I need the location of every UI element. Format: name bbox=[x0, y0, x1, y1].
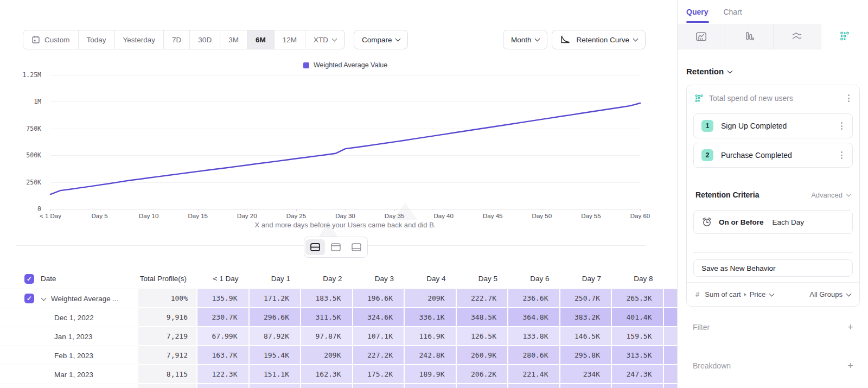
tab-query[interactable]: Query bbox=[686, 0, 708, 24]
report-section-header[interactable]: Retention bbox=[686, 67, 860, 76]
retention-value-cell: 401.4K bbox=[612, 308, 664, 327]
step-menu-kebab-icon[interactable] bbox=[839, 120, 845, 132]
add-breakdown-button[interactable]: + bbox=[847, 360, 853, 371]
retention-criteria-label: Retention Criteria bbox=[695, 190, 811, 199]
advanced-toggle[interactable]: Advanced bbox=[811, 191, 851, 199]
total-profiles-cell bbox=[138, 384, 197, 388]
table-header-cell: Day 2 bbox=[301, 269, 353, 289]
range-30d[interactable]: 30D bbox=[190, 30, 220, 49]
x-axis-label: Day 25 bbox=[275, 213, 318, 219]
breakdown-section: Breakdown + bbox=[686, 360, 860, 371]
range-label: 12M bbox=[283, 36, 297, 44]
chart-type-button[interactable]: Retention Curve bbox=[552, 30, 646, 49]
behavior-menu-kebab-icon[interactable] bbox=[846, 92, 852, 104]
x-axis-label: Day 15 bbox=[176, 213, 220, 219]
layout-top-icon[interactable] bbox=[326, 239, 346, 255]
retention-value-cell: 242.8K bbox=[405, 346, 457, 365]
compare-button[interactable]: Compare bbox=[354, 30, 409, 49]
range-xtd[interactable]: XTD bbox=[305, 30, 344, 49]
retention-value-cell: 265.3K bbox=[612, 289, 664, 308]
flows-icon[interactable] bbox=[774, 24, 821, 49]
range-label: 6M bbox=[256, 36, 266, 44]
x-axis-label: Day 45 bbox=[471, 213, 514, 219]
retention-value-cell bbox=[664, 365, 678, 384]
retention-value-cell: 87.92K bbox=[250, 327, 302, 346]
retention-value-cell: 196.6K bbox=[353, 289, 405, 308]
caret-right-icon bbox=[744, 293, 746, 296]
row-checkbox[interactable]: ✓ bbox=[24, 294, 34, 303]
y-axis-label: 1.25M bbox=[5, 71, 41, 79]
retention-value-cell: 336.1K bbox=[405, 308, 457, 327]
total-profiles-cell: 7,219 bbox=[138, 327, 197, 346]
retention-value-cell: 313.5K bbox=[612, 346, 664, 365]
behavior-title: Total spend of new users bbox=[709, 94, 846, 103]
step-number-badge: 1 bbox=[701, 120, 713, 132]
retention-value-cell: 230.7K bbox=[197, 308, 250, 327]
behavior-step-1[interactable]: 1Sign Up Completed bbox=[693, 113, 853, 138]
layout-split-icon[interactable] bbox=[305, 239, 325, 255]
report-type-tabs bbox=[678, 24, 868, 49]
x-axis-label: Day 5 bbox=[78, 213, 122, 219]
range-7d[interactable]: 7D bbox=[164, 30, 190, 49]
x-axis-label: Day 40 bbox=[422, 213, 465, 219]
tab-chart[interactable]: Chart bbox=[723, 0, 742, 24]
range-6m[interactable]: 6M bbox=[247, 30, 275, 49]
step-menu-kebab-icon[interactable] bbox=[839, 149, 845, 161]
filter-label: Filter bbox=[693, 323, 710, 332]
row-label: Mar 1, 2023 bbox=[54, 371, 93, 379]
retention-value-cell: 171.2K bbox=[250, 289, 302, 308]
select-all-checkbox[interactable]: ✓ bbox=[24, 274, 34, 284]
sidebar-tabs: Query Chart bbox=[678, 0, 868, 24]
chevron-down-icon bbox=[395, 36, 401, 42]
criteria-card[interactable]: On or Before Each Day bbox=[693, 210, 853, 234]
granularity-button[interactable]: Month bbox=[503, 30, 548, 49]
retention-value-cell: 133.8K bbox=[508, 327, 560, 346]
add-filter-button[interactable]: + bbox=[847, 322, 853, 332]
retention-value-cell bbox=[197, 384, 250, 388]
retention-table: ✓DateTotal Profile(s)< 1 DayDay 1Day 2Da… bbox=[0, 269, 677, 388]
total-profiles-cell: 8,115 bbox=[138, 365, 197, 384]
chevron-down-icon[interactable] bbox=[41, 295, 47, 301]
table-header-cell: Day 1 bbox=[250, 269, 302, 289]
chevron-down-icon bbox=[846, 192, 852, 197]
row-label: Weighted Average ... bbox=[51, 295, 119, 303]
x-axis-label: Day 20 bbox=[225, 213, 269, 219]
range-label: Today bbox=[87, 36, 106, 44]
range-today[interactable]: Today bbox=[79, 30, 115, 49]
behavior-step-2[interactable]: 2Purchase Completed bbox=[693, 143, 853, 168]
retention-criteria-row: Retention Criteria Advanced bbox=[687, 190, 859, 199]
save-as-new-behavior-button[interactable]: Save as New Behavior bbox=[693, 259, 853, 277]
range-3m[interactable]: 3M bbox=[220, 30, 247, 49]
x-axis-label: Day 10 bbox=[127, 213, 170, 219]
range-12m[interactable]: 12M bbox=[275, 30, 305, 49]
step-number-badge: 2 bbox=[701, 149, 713, 161]
retention-value-cell: 383.2K bbox=[560, 308, 612, 327]
y-axis-label: 750K bbox=[5, 125, 41, 132]
range-label: 3M bbox=[228, 36, 239, 44]
funnels-icon[interactable] bbox=[725, 24, 773, 49]
criteria-unit: Each Day bbox=[773, 218, 805, 226]
step-event-label: Sign Up Completed bbox=[721, 122, 839, 130]
behavior-header: Total spend of new users bbox=[687, 85, 859, 111]
range-custom[interactable]: Custom bbox=[23, 30, 79, 49]
number-type-icon: # bbox=[695, 290, 699, 298]
layout-bottom-icon[interactable] bbox=[347, 239, 366, 255]
table-header-cell: < 1 Day bbox=[197, 269, 250, 289]
criteria-mode: On or Before bbox=[719, 218, 764, 226]
insights-icon[interactable] bbox=[678, 24, 725, 49]
retention-value-cell: 236.6K bbox=[508, 289, 560, 308]
retention-value-cell bbox=[664, 289, 678, 308]
y-axis-label: 1M bbox=[5, 98, 41, 105]
retention-value-cell: 97.87K bbox=[301, 327, 353, 346]
chart-toolbar: CustomTodayYesterday7D30D3M6M12MXTD Comp… bbox=[23, 30, 646, 49]
measure-selector[interactable]: Sum of cart Price bbox=[705, 290, 774, 298]
groups-selector[interactable]: All Groups bbox=[809, 290, 851, 298]
range-yesterday[interactable]: Yesterday bbox=[115, 30, 164, 49]
retention-value-cell: 107.1K bbox=[353, 327, 405, 346]
retention-icon[interactable] bbox=[821, 24, 868, 49]
x-axis-label: Day 30 bbox=[324, 213, 367, 219]
table-row-label: Jan 1, 2023 bbox=[0, 327, 138, 346]
calendar-icon bbox=[31, 35, 40, 44]
retention-value-cell bbox=[664, 346, 678, 365]
retention-value-cell bbox=[405, 384, 457, 388]
